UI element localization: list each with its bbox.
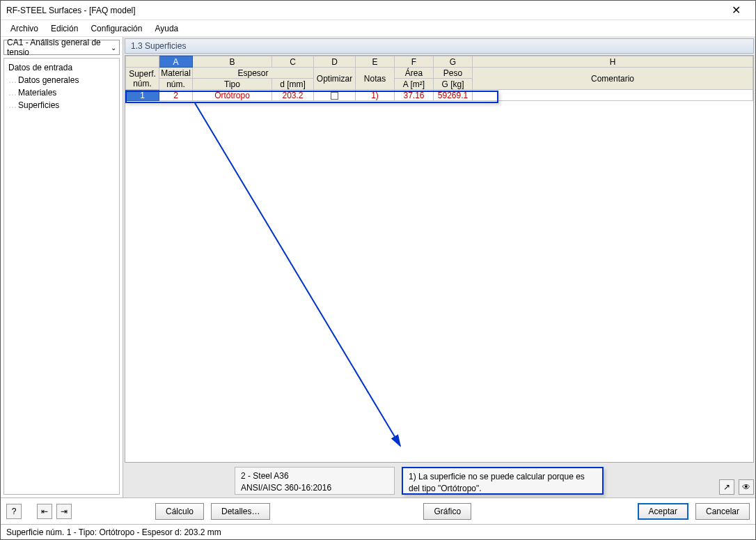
calc-button[interactable]: Cálculo <box>155 503 204 520</box>
help-icon: ? <box>12 507 17 516</box>
left-panel: CA1 - Análisis general de tensio ⌄ Datos… <box>1 37 123 497</box>
col-letter-d[interactable]: D <box>314 56 356 68</box>
header-d: d [mm] <box>272 79 314 90</box>
details-button[interactable]: Detalles… <box>211 503 270 520</box>
cell-comment[interactable] <box>473 90 753 101</box>
corner-cell <box>126 56 159 68</box>
chevron-down-icon: ⌄ <box>111 44 116 52</box>
surfaces-grid[interactable]: A B C D E F G H Superf.núm. Material Esp… <box>125 56 753 101</box>
svg-line-0 <box>195 103 400 446</box>
close-button[interactable]: ✕ <box>722 1 750 20</box>
info-row: 2 - Steel A36 ANSI/AISC 360-16:2016 1) L… <box>125 467 754 495</box>
section-title: 1.3 Superficies <box>125 38 754 54</box>
menu-file[interactable]: Archivo <box>5 22 44 35</box>
header-material: Material <box>159 68 193 79</box>
grid-wrap: A B C D E F G H Superf.núm. Material Esp… <box>125 55 754 463</box>
header-area: Área <box>395 68 434 79</box>
cell-tipo[interactable]: Ortótropo <box>193 90 272 101</box>
view-button[interactable]: 👁 <box>739 479 754 495</box>
header-opt: Optimizar <box>314 68 356 90</box>
loadcase-dropdown[interactable]: CA1 - Análisis general de tensio ⌄ <box>3 40 120 55</box>
arrow-annotation <box>125 56 752 467</box>
nav-tree: Datos de entrada Datos generales Materia… <box>3 58 120 495</box>
footer: ? ⇤ ⇥ Cálculo Detalles… Gráfico Aceptar … <box>1 497 755 524</box>
row-number[interactable]: 1 <box>126 90 159 101</box>
table-row[interactable]: 1 2 Ortótropo 203.2 1) 37.16 59269.1 <box>126 90 753 101</box>
menubar: Archivo Edición Configuración Ayuda <box>1 20 755 37</box>
header-G: G [kg] <box>434 79 473 90</box>
eye-icon: 👁 <box>742 482 750 492</box>
col-letter-c[interactable]: C <box>272 56 314 68</box>
header-notes: Notas <box>356 68 395 90</box>
cell-weight[interactable]: 59269.1 <box>434 90 473 101</box>
import-icon: ⇥ <box>61 507 68 516</box>
col-letter-b[interactable]: B <box>193 56 272 68</box>
export-icon: ⇤ <box>41 507 48 516</box>
menu-help[interactable]: Ayuda <box>149 22 184 35</box>
note-box: 1) La superficie no se puede calcular po… <box>402 467 604 495</box>
material-info-box: 2 - Steel A36 ANSI/AISC 360-16:2016 <box>235 467 395 495</box>
cell-area[interactable]: 37.16 <box>395 90 434 101</box>
window-title: RF-STEEL Surfaces - [FAQ model] <box>6 6 722 15</box>
header-matnum: núm. <box>159 79 193 90</box>
help-button[interactable]: ? <box>6 504 22 519</box>
cell-opt[interactable] <box>314 90 356 101</box>
pick-button[interactable]: ↗ <box>719 479 734 495</box>
material-line1: 2 - Steel A36 <box>241 470 388 482</box>
statusbar: Superficie núm. 1 - Tipo: Ortótropo - Es… <box>1 524 755 539</box>
right-panel: 1.3 Superficies A B C D E F G H <box>123 37 755 497</box>
col-letter-a[interactable]: A <box>159 56 193 68</box>
cell-notes[interactable]: 1) <box>356 90 395 101</box>
header-A: A [m²] <box>395 79 434 90</box>
tree-item-general[interactable]: Datos generales <box>6 74 118 86</box>
tree-item-materials[interactable]: Materiales <box>6 86 118 99</box>
note-text: 1) La superficie no se puede calcular po… <box>409 472 585 493</box>
header-surf: Superf.núm. <box>126 68 159 90</box>
col-letter-f[interactable]: F <box>395 56 434 68</box>
col-letter-e[interactable]: E <box>356 56 395 68</box>
optimize-checkbox[interactable] <box>331 92 338 100</box>
loadcase-dropdown-label: CA1 - Análisis general de tensio <box>7 38 111 57</box>
tree-root[interactable]: Datos de entrada <box>6 61 118 74</box>
tree-item-surfaces[interactable]: Superficies <box>6 99 118 111</box>
header-thickness: Espesor <box>193 68 314 79</box>
menu-edit[interactable]: Edición <box>45 22 84 35</box>
cell-d[interactable]: 203.2 <box>272 90 314 101</box>
titlebar: RF-STEEL Surfaces - [FAQ model] ✕ <box>1 1 755 20</box>
header-tipo: Tipo <box>193 79 272 90</box>
export-button[interactable]: ⇤ <box>37 504 52 519</box>
cursor-icon: ↗ <box>723 482 730 492</box>
col-letter-g[interactable]: G <box>434 56 473 68</box>
cancel-button[interactable]: Cancelar <box>695 503 750 520</box>
cell-material[interactable]: 2 <box>159 90 193 101</box>
graph-button[interactable]: Gráfico <box>423 503 471 520</box>
status-text: Superficie núm. 1 - Tipo: Ortótropo - Es… <box>6 527 221 537</box>
import-button[interactable]: ⇥ <box>56 504 72 519</box>
header-weight: Peso <box>434 68 473 79</box>
header-comment: Comentario <box>473 68 753 90</box>
ok-button[interactable]: Aceptar <box>638 503 688 520</box>
col-letter-h[interactable]: H <box>473 56 753 68</box>
menu-config[interactable]: Configuración <box>85 22 148 35</box>
material-line2: ANSI/AISC 360-16:2016 <box>241 482 388 494</box>
